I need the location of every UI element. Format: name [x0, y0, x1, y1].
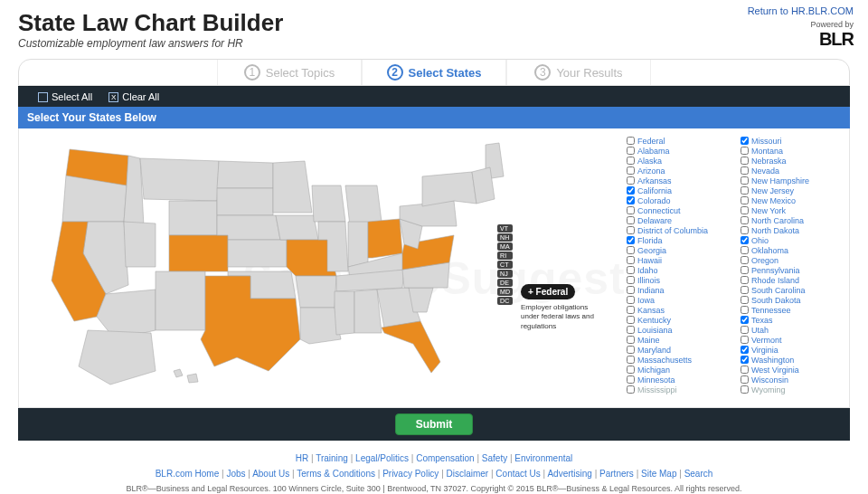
- state-checkbox-row[interactable]: District of Columbia: [627, 225, 730, 235]
- state-checkbox[interactable]: [741, 226, 749, 234]
- state-checkbox-row[interactable]: Arizona: [627, 166, 730, 176]
- state-checkbox[interactable]: [741, 336, 749, 344]
- state-checkbox[interactable]: [627, 236, 635, 244]
- state-checkbox[interactable]: [627, 296, 635, 304]
- state-checkbox[interactable]: [627, 157, 635, 165]
- state-checkbox[interactable]: [741, 385, 749, 394]
- state-checkbox[interactable]: [741, 206, 749, 214]
- footer-link[interactable]: Site Map: [641, 469, 676, 479]
- state-checkbox[interactable]: [627, 196, 635, 204]
- state-checkbox[interactable]: [741, 266, 749, 274]
- footer-link[interactable]: HR: [296, 453, 308, 463]
- state-checkbox[interactable]: [741, 176, 749, 185]
- state-checkbox[interactable]: [627, 206, 635, 214]
- small-state-pill[interactable]: MD: [497, 288, 513, 296]
- state-checkbox-row[interactable]: Nevada: [741, 166, 844, 176]
- state-checkbox[interactable]: [627, 316, 635, 324]
- state-checkbox[interactable]: [627, 266, 635, 274]
- state-checkbox[interactable]: [627, 137, 635, 145]
- state-checkbox-row[interactable]: Louisiana: [627, 325, 730, 335]
- state-checkbox-row[interactable]: South Dakota: [741, 295, 844, 305]
- state-checkbox-row[interactable]: Alabama: [627, 146, 730, 156]
- footer-link[interactable]: Compensation: [416, 453, 474, 463]
- state-checkbox-row[interactable]: Michigan: [627, 365, 730, 375]
- state-checkbox-row[interactable]: Utah: [741, 325, 844, 335]
- footer-link[interactable]: Privacy Policy: [382, 469, 439, 479]
- state-checkbox[interactable]: [741, 256, 749, 264]
- state-checkbox-row[interactable]: Indiana: [627, 285, 730, 295]
- state-checkbox-row[interactable]: Texas: [741, 315, 844, 325]
- state-checkbox[interactable]: [627, 385, 635, 394]
- state-checkbox[interactable]: [741, 366, 749, 374]
- state-checkbox[interactable]: [627, 366, 635, 374]
- state-checkbox[interactable]: [627, 226, 635, 234]
- state-checkbox[interactable]: [627, 147, 635, 155]
- state-checkbox-row[interactable]: Iowa: [627, 295, 730, 305]
- state-checkbox-row[interactable]: California: [627, 185, 730, 195]
- state-checkbox-row[interactable]: Hawaii: [627, 255, 730, 265]
- state-checkbox[interactable]: [741, 276, 749, 284]
- small-state-pill[interactable]: VT: [497, 224, 513, 233]
- state-checkbox-row[interactable]: Ohio: [741, 235, 844, 245]
- clear-all-button[interactable]: XClear All: [108, 91, 159, 102]
- state-checkbox[interactable]: [627, 286, 635, 294]
- state-checkbox[interactable]: [741, 326, 749, 334]
- footer-link[interactable]: Training: [316, 453, 348, 463]
- state-checkbox-row[interactable]: New Mexico: [741, 195, 844, 205]
- state-checkbox-row[interactable]: Rhode Island: [741, 275, 844, 285]
- state-checkbox[interactable]: [741, 346, 749, 354]
- small-state-pill[interactable]: RI: [497, 252, 513, 260]
- state-checkbox-row[interactable]: North Carolina: [741, 215, 844, 225]
- state-checkbox-row[interactable]: Idaho: [627, 265, 730, 275]
- small-state-pill[interactable]: NH: [497, 233, 513, 242]
- footer-link[interactable]: About Us: [252, 469, 289, 479]
- state-checkbox-row[interactable]: Nebraska: [741, 156, 844, 166]
- step-your-results[interactable]: 3 Your Results: [506, 60, 651, 85]
- state-checkbox[interactable]: [627, 176, 635, 185]
- state-checkbox[interactable]: [741, 375, 749, 384]
- state-checkbox-row[interactable]: Pennsylvania: [741, 265, 844, 275]
- state-checkbox-row[interactable]: Wisconsin: [741, 375, 844, 385]
- return-link[interactable]: Return to HR.BLR.COM: [748, 5, 854, 16]
- footer-link[interactable]: Partners: [599, 469, 634, 479]
- state-checkbox-row[interactable]: South Carolina: [741, 285, 844, 295]
- state-checkbox[interactable]: [741, 147, 749, 155]
- state-checkbox[interactable]: [627, 346, 635, 354]
- state-checkbox[interactable]: [627, 326, 635, 334]
- state-checkbox[interactable]: [627, 216, 635, 224]
- state-checkbox-row[interactable]: West Virginia: [741, 365, 844, 375]
- footer-link[interactable]: Advertising: [547, 469, 591, 479]
- small-state-pill[interactable]: NJ: [497, 270, 513, 278]
- state-checkbox[interactable]: [627, 186, 635, 195]
- state-checkbox-row[interactable]: Virginia: [741, 345, 844, 355]
- state-checkbox-row[interactable]: Minnesota: [627, 375, 730, 385]
- state-checkbox[interactable]: [627, 375, 635, 384]
- state-checkbox-row[interactable]: Oregon: [741, 255, 844, 265]
- state-checkbox-row[interactable]: North Dakota: [741, 225, 844, 235]
- state-checkbox[interactable]: [741, 137, 749, 145]
- footer-link[interactable]: Jobs: [226, 469, 245, 479]
- state-checkbox-row[interactable]: Florida: [627, 235, 730, 245]
- state-checkbox[interactable]: [741, 246, 749, 254]
- us-map[interactable]: VTNHMARICTNJDEMDDC: [24, 136, 531, 398]
- state-checkbox[interactable]: [627, 356, 635, 364]
- small-state-pill[interactable]: CT: [497, 261, 513, 269]
- state-checkbox-row[interactable]: Illinois: [627, 275, 730, 285]
- state-checkbox-row[interactable]: Washington: [741, 355, 844, 365]
- state-checkbox[interactable]: [627, 276, 635, 284]
- state-checkbox[interactable]: [627, 256, 635, 264]
- state-checkbox[interactable]: [627, 166, 635, 175]
- state-checkbox[interactable]: [741, 306, 749, 314]
- state-checkbox-row[interactable]: Colorado: [627, 195, 730, 205]
- state-checkbox-row[interactable]: Vermont: [741, 335, 844, 345]
- state-checkbox[interactable]: [741, 166, 749, 175]
- state-checkbox[interactable]: [741, 196, 749, 204]
- state-checkbox-row[interactable]: Federal: [627, 136, 730, 146]
- footer-link[interactable]: Disclaimer: [447, 469, 489, 479]
- state-checkbox-row[interactable]: Massachusetts: [627, 355, 730, 365]
- state-checkbox[interactable]: [741, 296, 749, 304]
- state-checkbox-row[interactable]: New Jersey: [741, 185, 844, 195]
- state-checkbox-row[interactable]: Montana: [741, 146, 844, 156]
- small-state-pill[interactable]: MA: [497, 242, 513, 251]
- state-checkbox-row[interactable]: Oklahoma: [741, 245, 844, 255]
